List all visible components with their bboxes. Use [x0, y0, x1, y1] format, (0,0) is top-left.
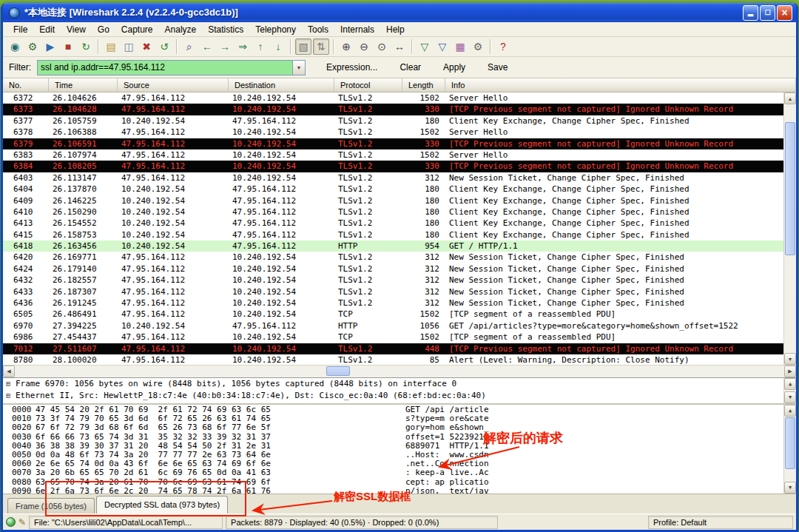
column-header-length[interactable]: Length	[402, 78, 445, 92]
scrollbar-thumb[interactable]	[785, 122, 795, 255]
packet-row[interactable]: 642026.16977147.95.164.11210.240.192.54T…	[3, 252, 783, 263]
filter-button-expression[interactable]: Expression...	[319, 60, 385, 75]
column-header-time[interactable]: Time	[49, 78, 118, 92]
scroll-up-button[interactable]: ▲	[784, 405, 796, 417]
go-to-bottom-icon[interactable]: ↓	[270, 38, 286, 55]
go-forward-icon[interactable]: →	[217, 38, 233, 55]
horizontal-scrollbar-thumb[interactable]	[326, 366, 350, 376]
menu-item-edit[interactable]: Edit	[33, 23, 61, 36]
packet-row[interactable]: 640426.13787010.240.192.5447.95.164.112T…	[3, 183, 783, 195]
packet-row[interactable]: 637926.10659147.95.164.11210.240.192.54T…	[3, 138, 783, 149]
go-back-icon[interactable]: ←	[199, 38, 215, 55]
file-close-icon[interactable]: ✖	[138, 38, 155, 55]
zoom-normal-icon[interactable]: ⊙	[374, 38, 390, 55]
scroll-down-button[interactable]: ▼	[784, 482, 796, 494]
menu-item-telephony[interactable]: Telephony	[249, 23, 302, 36]
scrollbar-thumb[interactable]	[785, 417, 795, 469]
filter-dropdown-button[interactable]: ▼	[293, 60, 306, 75]
details-scrollbar[interactable]: ▲ ▼	[783, 378, 796, 403]
packet-row[interactable]: 637826.10638847.95.164.11210.240.192.54T…	[3, 127, 783, 138]
hex-row[interactable]: 008063 65 70 74 3a 20 61 70 70 6c 69 63 …	[3, 478, 783, 487]
menu-item-file[interactable]: File	[7, 23, 33, 36]
capture-restart-icon[interactable]: ↻	[78, 38, 94, 55]
packet-row[interactable]: 698627.45443747.95.164.11210.240.192.54T…	[3, 331, 783, 343]
close-button[interactable]: ×	[777, 5, 792, 21]
colorize-list-icon[interactable]: ▧	[295, 38, 311, 55]
packet-row[interactable]: 878028.10002047.95.164.11210.240.192.54T…	[3, 354, 783, 365]
hex-scrollbar[interactable]: ▲ ▼	[783, 405, 796, 494]
minimize-button[interactable]: ▂	[743, 5, 758, 21]
capture-options-icon[interactable]: ⚙	[24, 38, 41, 55]
auto-scroll-icon[interactable]: ⇅	[313, 38, 329, 55]
menu-item-analyze[interactable]: Analyze	[159, 23, 203, 36]
zoom-out-icon[interactable]: ⊖	[356, 38, 372, 55]
file-reload-icon[interactable]: ↺	[156, 38, 172, 55]
expander-icon[interactable]: ⊞	[6, 390, 16, 402]
expander-icon[interactable]: ⊞	[6, 378, 16, 390]
packet-row[interactable]: 640926.14622510.240.192.5447.95.164.112T…	[3, 195, 783, 206]
maximize-button[interactable]: ☐	[760, 5, 775, 21]
byte-tab-frame[interactable]: Frame (1056 bytes)	[7, 498, 95, 514]
horizontal-scrollbar[interactable]: ◀ ▶	[3, 365, 796, 377]
packet-row[interactable]: 637726.10575910.240.192.5447.95.164.112T…	[3, 115, 783, 127]
packet-row[interactable]: 701227.51160747.95.164.11210.240.192.54T…	[3, 343, 783, 354]
packet-row[interactable]: 641526.15875310.240.192.5447.95.164.112T…	[3, 229, 783, 240]
file-open-icon[interactable]: ▤	[103, 38, 119, 55]
display-filters-icon[interactable]: ▽	[434, 38, 451, 55]
scroll-up-button[interactable]: ▲	[784, 92, 796, 104]
zoom-in-icon[interactable]: ⊕	[338, 38, 354, 55]
scroll-up-button[interactable]: ▲	[784, 378, 796, 390]
preferences-icon[interactable]: ⚙	[470, 38, 486, 55]
help-icon[interactable]: ?	[495, 38, 511, 55]
hex-row[interactable]: 00703a 20 6b 65 65 70 2d 61 6c 69 76 65 …	[3, 468, 783, 477]
packet-row[interactable]: 637326.10462847.95.164.11210.240.192.54T…	[3, 104, 783, 115]
menu-item-statistics[interactable]: Statistics	[202, 23, 249, 36]
menu-item-capture[interactable]: Capture	[115, 23, 159, 36]
capture-start-icon[interactable]: ▶	[42, 38, 58, 55]
packet-row[interactable]: 643626.19124547.95.164.11210.240.192.54T…	[3, 297, 783, 309]
column-header-info[interactable]: Info	[445, 78, 796, 92]
menu-item-view[interactable]: View	[61, 23, 92, 36]
menu-item-go[interactable]: Go	[92, 23, 115, 36]
coloring-rules-icon[interactable]: ▦	[452, 38, 468, 55]
file-save-icon[interactable]: ◫	[121, 38, 137, 55]
capture-stop-icon[interactable]: ■	[60, 38, 76, 55]
scroll-down-button[interactable]: ▼	[784, 353, 796, 365]
titlebar[interactable]: *本地连接 [Wireshark 2.2.4 (v2.2.4-0-gcc3dc1…	[3, 3, 796, 22]
scroll-right-button[interactable]: ▶	[784, 366, 796, 377]
packet-row[interactable]: 637226.10462647.95.164.11210.240.192.54T…	[3, 92, 783, 104]
filter-button-save[interactable]: Save	[480, 60, 515, 75]
packet-row[interactable]: 643326.18730747.95.164.11210.240.192.54T…	[3, 286, 783, 297]
packet-row[interactable]: 650526.48649147.95.164.11210.240.192.54T…	[3, 309, 783, 320]
interface-list-icon[interactable]: ◉	[7, 38, 23, 55]
hex-row[interactable]: 00906e 2f 6a 73 6f 6e 2c 20 74 65 78 74 …	[3, 487, 783, 494]
hex-row[interactable]: 00306f 66 66 73 65 74 3d 31 35 32 32 33 …	[3, 433, 783, 442]
column-header-destination[interactable]: Destination	[229, 78, 334, 92]
expert-info-icon[interactable]	[6, 517, 16, 527]
hex-row[interactable]: 002067 6f 72 79 3d 68 6f 6d 65 26 73 68 …	[3, 423, 783, 432]
packet-row[interactable]: 643226.18255747.95.164.11210.240.192.54T…	[3, 275, 783, 286]
column-header-no[interactable]: No.	[3, 78, 49, 92]
filter-input[interactable]	[37, 60, 293, 75]
find-packet-icon[interactable]: ⌕	[181, 38, 198, 55]
packet-row[interactable]: 641826.16345610.240.192.5447.95.164.112H…	[3, 240, 783, 252]
go-to-packet-icon[interactable]: ⇒	[235, 38, 251, 55]
scroll-left-button[interactable]: ◀	[3, 366, 15, 377]
byte-tab-decrypted-ssl-data[interactable]: Decrypted SSL data (973 bytes)	[96, 496, 228, 514]
menu-item-help[interactable]: Help	[380, 23, 411, 36]
packet-row[interactable]: 697027.39422510.240.192.5447.95.164.112H…	[3, 320, 783, 331]
packet-row[interactable]: 641326.15455210.240.192.5447.95.164.112T…	[3, 218, 783, 229]
capture-comment-icon[interactable]: ✎	[18, 517, 26, 528]
go-to-top-icon[interactable]: ↑	[252, 38, 269, 55]
scroll-down-button[interactable]: ▼	[784, 391, 796, 403]
capture-filters-icon[interactable]: ▽	[417, 38, 433, 55]
packet-row[interactable]: 641026.15029010.240.192.5447.95.164.112T…	[3, 206, 783, 218]
packet-row[interactable]: 642426.17914047.95.164.11210.240.192.54T…	[3, 263, 783, 275]
packet-row[interactable]: 638426.10820547.95.164.11210.240.192.54T…	[3, 161, 783, 172]
packet-list-scrollbar[interactable]: ▲ ▼	[783, 92, 796, 365]
column-header-protocol[interactable]: Protocol	[334, 78, 402, 92]
menu-item-internals[interactable]: Internals	[334, 23, 380, 36]
detail-line[interactable]: ⊞Frame 6970: 1056 bytes on wire (8448 bi…	[3, 378, 783, 390]
packet-row[interactable]: 638326.10797447.95.164.11210.240.192.54T…	[3, 149, 783, 161]
resize-columns-icon[interactable]: ↔	[391, 38, 408, 55]
